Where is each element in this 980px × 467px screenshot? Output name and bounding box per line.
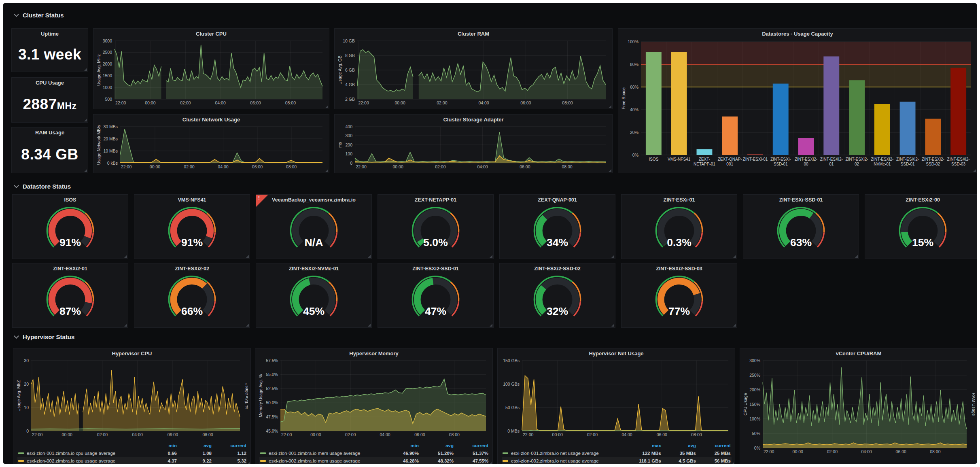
panel-title[interactable]: Cluster Storage Adapter bbox=[335, 117, 612, 123]
legend-series-name[interactable]: esxi-zlon-002.zimbra.io net usage averag… bbox=[503, 459, 626, 463]
legend-col-avg[interactable]: avg bbox=[419, 443, 454, 448]
legend-col-current[interactable]: current bbox=[696, 443, 731, 448]
panel-gauge-ZINT-ESXi-01[interactable]: ZINT-ESXi-010.3% bbox=[621, 194, 737, 259]
gauge-title[interactable]: VeeamBackup_veeamsrv.zimbra.io bbox=[256, 197, 371, 203]
svg-text:4 GB: 4 GB bbox=[345, 82, 355, 87]
panel-gauge-ZINT-ESXi2-NVMe-01[interactable]: ZINT-ESXi2-NVMe-0145% bbox=[256, 263, 372, 328]
panel-cluster-storage-adapter[interactable]: Cluster Storage Adapter 22:0000:0002:000… bbox=[334, 114, 613, 173]
bar-ZINT-ESXi2-SSD-01 bbox=[900, 102, 916, 155]
gauge-title[interactable]: ZEXT-NETAPP-01 bbox=[378, 197, 493, 203]
panel-gauge-ZINT-ESXi2-00[interactable]: ZINT-ESXi2-0015% bbox=[865, 194, 977, 259]
legend-series-name[interactable]: esxi-zlon-001.zimbra.io mem usage averag… bbox=[260, 451, 384, 456]
svg-text:06:00: 06:00 bbox=[520, 100, 531, 105]
gauge-title[interactable]: ZINT-ESXi2-SSD-02 bbox=[500, 266, 615, 272]
hypervisor-memory-chart[interactable]: 22:0000:0002:0004:0006:0008:0045.0%47.5%… bbox=[258, 358, 490, 438]
panel-title[interactable]: Hypervisor CPU bbox=[13, 350, 250, 357]
panel-gauge-ISOS[interactable]: ISOS91% bbox=[12, 194, 128, 259]
panel-hypervisor-memory[interactable]: Hypervisor Memory 22:0000:0002:0004:0006… bbox=[255, 348, 493, 464]
svg-text:Memory Usage Avg. %: Memory Usage Avg. % bbox=[258, 374, 263, 418]
legend-col-avg[interactable]: avg bbox=[177, 443, 212, 448]
svg-text:02:00: 02:00 bbox=[97, 432, 108, 437]
panel-gauge-ZINT-ESXi2-02[interactable]: ZINT-ESXi2-0266% bbox=[134, 263, 250, 328]
cluster-ram-chart[interactable]: 22:0000:0002:0004:0006:0008:002 GB4 GB6 … bbox=[337, 38, 610, 106]
panel-cluster-ram[interactable]: Cluster RAM 22:0000:0002:0004:0006:0008:… bbox=[334, 28, 613, 109]
panel-title[interactable]: Hypervisor Memory bbox=[255, 350, 492, 357]
legend-col-avg[interactable]: avg bbox=[661, 443, 696, 448]
svg-text:06:00: 06:00 bbox=[168, 432, 178, 437]
panel-gauge-ZINT-ESXi-SSD-01[interactable]: ZINT-ESXi-SSD-0163% bbox=[743, 194, 859, 259]
panel-gauge-ZEXT-NETAPP-01[interactable]: ZEXT-NETAPP-015.0% bbox=[378, 194, 494, 259]
legend-col-max[interactable]: max bbox=[626, 443, 661, 448]
cluster-network-chart[interactable]: 22:0000:0002:0004:0006:0008:000 kBs10 MB… bbox=[96, 124, 327, 170]
legend-col-min[interactable]: min bbox=[142, 443, 177, 448]
legend-col-min[interactable]: min bbox=[384, 443, 419, 448]
legend-col-current[interactable]: current bbox=[212, 443, 246, 448]
cluster-cpu-chart[interactable]: 22:0000:0002:0004:0006:0008:005001000150… bbox=[96, 38, 327, 106]
panel-gauge-VeeamBackup_veeamsrv.zimbra.io[interactable]: !VeeamBackup_veeamsrv.zimbra.ioN/A bbox=[256, 194, 372, 259]
panel-title[interactable]: Hypervisor Net Usage bbox=[498, 350, 735, 357]
gauge-title[interactable]: ZINT-ESXi2-SSD-01 bbox=[378, 266, 493, 272]
gauge-title[interactable]: ZEXT-QNAP-001 bbox=[500, 197, 615, 203]
legend-series-name[interactable]: esxi-zlon-001.zimbra.io cpu usage averag… bbox=[18, 451, 142, 456]
panel-title[interactable]: CPU Usage bbox=[12, 80, 88, 86]
panel-datastores-usage-capacity[interactable]: Datastores - Usage Capacity 0%20%40%60%8… bbox=[618, 28, 977, 173]
svg-text:02:00: 02:00 bbox=[437, 100, 447, 105]
panel-title[interactable]: Cluster Network Usage bbox=[93, 117, 329, 123]
gauge-title[interactable]: ISOS bbox=[13, 197, 128, 203]
panel-cluster-cpu[interactable]: Cluster CPU 22:0000:0002:0004:0006:0008:… bbox=[93, 28, 329, 109]
panel-title[interactable]: Cluster RAM bbox=[335, 31, 612, 37]
panel-gauge-ZINT-ESXi2-SSD-03[interactable]: ZINT-ESXi2-SSD-0377% bbox=[621, 263, 737, 328]
panel-title[interactable]: Cluster CPU bbox=[93, 31, 329, 37]
section-header-cluster-status[interactable]: Cluster Status bbox=[15, 12, 64, 19]
panel-title[interactable]: Uptime bbox=[12, 31, 88, 37]
legend-series-name[interactable]: esxi-zlon-002.zimbra.io mem usage averag… bbox=[260, 459, 384, 463]
panel-gauge-ZINT-ESXi2-SSD-01[interactable]: ZINT-ESXi2-SSD-0147% bbox=[378, 263, 494, 328]
svg-text:SSD-02: SSD-02 bbox=[926, 162, 940, 166]
panel-uptime[interactable]: Uptime 3.1 week bbox=[11, 28, 88, 72]
gauge-title[interactable]: ZINT-ESXi2-SSD-03 bbox=[622, 266, 737, 272]
cluster-storage-adapter-chart[interactable]: 22:0000:0002:0004:0006:0008:000100200300… bbox=[337, 124, 610, 170]
panel-gauge-ZEXT-QNAP-001[interactable]: ZEXT-QNAP-00134% bbox=[499, 194, 615, 259]
gauge-title[interactable]: ZINT-ESXi2-02 bbox=[134, 266, 250, 272]
section-header-hypervisor-status[interactable]: Hypervisor Status bbox=[15, 333, 74, 340]
panel-title[interactable]: Datastores - Usage Capacity bbox=[618, 31, 977, 37]
panel-gauge-ZINT-ESXi2-SSD-02[interactable]: ZINT-ESXi2-SSD-0232% bbox=[499, 263, 615, 328]
panel-cluster-network-usage[interactable]: Cluster Network Usage 22:0000:0002:0004:… bbox=[93, 114, 329, 173]
section-header-datastore-status[interactable]: Datastore Status bbox=[15, 183, 71, 190]
vcenter-cpu-ram-chart[interactable]: 22:0000:0002:0004:0006:0008:000%50%100%1… bbox=[742, 358, 975, 455]
panel-cpu-usage[interactable]: CPU Usage 2887MHz bbox=[11, 77, 88, 123]
gauge-VMS-NFS41: 91% bbox=[134, 204, 250, 258]
svg-text:60%: 60% bbox=[630, 85, 638, 89]
panel-title[interactable]: RAM Usage bbox=[12, 129, 88, 136]
panel-title[interactable]: vCenter CPU/RAM bbox=[740, 350, 977, 357]
svg-text:0%: 0% bbox=[632, 153, 638, 157]
gauge-title[interactable]: ZINT-ESXi2-NVMe-01 bbox=[256, 266, 371, 272]
panel-ram-usage[interactable]: RAM Usage 8.34 GB bbox=[11, 127, 88, 173]
gauge-title[interactable]: ZINT-ESXi2-01 bbox=[13, 266, 128, 272]
svg-text:250%: 250% bbox=[749, 373, 760, 378]
gauge-title[interactable]: ZINT-ESXi2-00 bbox=[865, 197, 977, 203]
svg-text:ZINT-ESXi-: ZINT-ESXi- bbox=[770, 157, 791, 161]
panel-gauge-ZINT-ESXi2-01[interactable]: ZINT-ESXi2-0187% bbox=[12, 263, 128, 328]
hypervisor-cpu-chart[interactable]: 22:0000:0002:0004:0006:0008:000102030Usa… bbox=[16, 358, 248, 438]
panel-hypervisor-net-usage[interactable]: Hypervisor Net Usage 22:0000:0002:0004:0… bbox=[497, 348, 735, 464]
section-title: Datastore Status bbox=[23, 183, 71, 190]
gauge-title[interactable]: ZINT-ESXi-SSD-01 bbox=[743, 197, 859, 203]
svg-text:200%: 200% bbox=[749, 387, 760, 392]
legend-col-current[interactable]: current bbox=[454, 443, 488, 448]
series-net in bbox=[120, 129, 322, 163]
legend-series-name[interactable]: esxi-zlon-001.zimbra.io net usage averag… bbox=[503, 451, 626, 456]
legend-series-name[interactable]: esxi-zlon-002.zimbra.io cpu usage averag… bbox=[18, 459, 142, 463]
gauge-title[interactable]: VMS-NFS41 bbox=[134, 197, 250, 203]
bar-ISOS bbox=[646, 52, 662, 155]
panel-vcenter-cpu-ram[interactable]: vCenter CPU/RAM 22:0000:0002:0004:0006:0… bbox=[740, 348, 977, 464]
datastores-usage-capacity-chart[interactable]: 0%20%40%60%80%100%Free SpaceISOSVMS-NFS4… bbox=[621, 38, 974, 170]
gauge-value: 77% bbox=[668, 305, 690, 317]
chevron-down-icon bbox=[14, 183, 19, 188]
svg-text:ZEXT-: ZEXT- bbox=[699, 157, 710, 161]
svg-text:ZINT-ESXi2-: ZINT-ESXi2- bbox=[820, 157, 843, 161]
panel-hypervisor-cpu[interactable]: Hypervisor CPU 22:0000:0002:0004:0006:00… bbox=[13, 348, 251, 464]
hypervisor-net-usage-chart[interactable]: 22:0000:0002:0004:0006:0008:000 MBs50 GB… bbox=[500, 358, 732, 438]
panel-gauge-VMS-NFS41[interactable]: VMS-NFS4191% bbox=[134, 194, 250, 259]
gauge-title[interactable]: ZINT-ESXi-01 bbox=[622, 197, 737, 203]
